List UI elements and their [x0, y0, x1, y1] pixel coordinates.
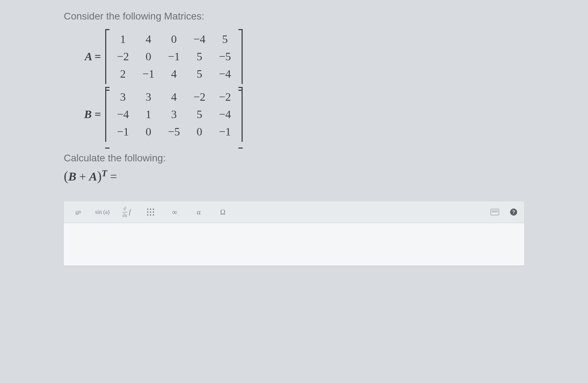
matrix-cell: 4 [142, 33, 155, 46]
matrix-button[interactable] [143, 206, 158, 218]
calc-prompt: Calculate the following: [64, 152, 524, 164]
rparen: ) [97, 168, 102, 183]
matrix-cell: −4 [193, 33, 206, 46]
dots-icon [147, 209, 154, 216]
matrix-b: B = 334−2−2−4135−4−10−50−1 [78, 87, 524, 142]
transpose-superscript: T [102, 168, 107, 178]
matrix-a-grid: 140−45−20−15−52−145−4 [110, 29, 238, 84]
matrix-cell: −1 [168, 50, 180, 63]
matrix-cell: −1 [219, 125, 231, 138]
matrix-cell: 0 [142, 125, 155, 138]
var-b: B [68, 170, 77, 183]
matrix-cell: 5 [193, 108, 206, 121]
answer-input[interactable] [64, 223, 524, 266]
fraction-button[interactable]: ∂ ∂x f [119, 206, 134, 218]
matrix-cell: 1 [117, 33, 129, 46]
matrix-cell: 0 [193, 125, 206, 138]
infinity-button[interactable]: ∞ [167, 206, 182, 218]
matrix-cell: −4 [117, 108, 129, 121]
matrix-cell: 3 [117, 90, 129, 104]
matrix-cell: −1 [117, 125, 129, 138]
matrix-a: A = 140−45−20−15−52−145−4 [78, 29, 524, 84]
matrix-cell: 5 [193, 50, 206, 63]
plus-sign: + [76, 170, 89, 183]
matrix-cell: 2 [117, 67, 129, 81]
lparen: ( [64, 168, 68, 183]
matrix-cell: 1 [142, 108, 155, 121]
alpha-button[interactable]: α [191, 206, 206, 218]
matrix-a-label: A = [78, 50, 101, 63]
bracket-left-icon [105, 29, 110, 84]
omega-button[interactable]: Ω [215, 206, 230, 218]
matrix-cell: 3 [142, 90, 155, 104]
sin-button[interactable]: sin (a) [95, 206, 110, 218]
var-a: A [89, 170, 97, 183]
matrix-cell: −2 [219, 90, 231, 104]
bracket-right-icon [238, 87, 243, 142]
matrix-b-grid: 334−2−2−4135−4−10−50−1 [110, 87, 238, 142]
matrix-cell: −5 [168, 125, 180, 138]
matrix-cell: −5 [219, 50, 231, 63]
matrix-cell: 5 [193, 67, 206, 81]
matrix-cell: 0 [142, 50, 155, 63]
bracket-right-icon [238, 29, 243, 84]
matrix-cell: 4 [168, 67, 180, 81]
matrix-cell: −4 [219, 108, 231, 121]
matrices-block: A = 140−45−20−15−52−145−4 B = 334−2−2−41… [64, 29, 524, 142]
matrix-cell: −1 [142, 67, 155, 81]
matrix-cell: 5 [219, 33, 231, 46]
formula: (B + A)T = [64, 168, 524, 184]
matrix-cell: −2 [193, 90, 206, 104]
matrix-cell: −2 [117, 50, 129, 63]
matrix-b-label: B = [78, 108, 101, 121]
matrix-cell: 4 [168, 90, 180, 104]
matrix-cell: −4 [219, 67, 231, 81]
math-editor: ab sin (a) ∂ ∂x f ∞ α Ω ? [64, 201, 524, 266]
keyboard-button[interactable] [487, 206, 502, 218]
bracket-left-icon [105, 87, 110, 142]
keyboard-icon [491, 209, 499, 215]
matrix-cell: 3 [168, 108, 180, 121]
equals-sign: = [107, 170, 117, 183]
help-button[interactable]: ? [510, 209, 517, 216]
intro-text: Consider the following Matrices: [64, 11, 524, 22]
matrix-cell: 0 [168, 33, 180, 46]
power-button[interactable]: ab [71, 206, 86, 218]
editor-toolbar: ab sin (a) ∂ ∂x f ∞ α Ω ? [64, 201, 524, 223]
